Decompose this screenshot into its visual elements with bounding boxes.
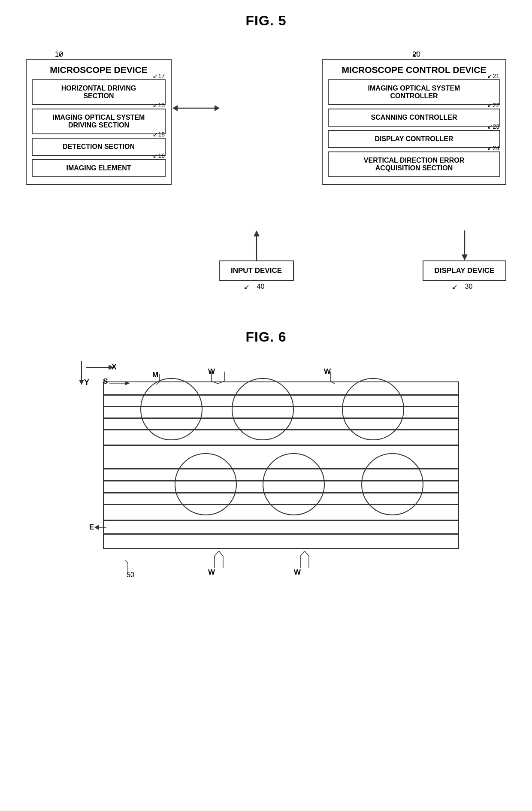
wafer-circle-3 xyxy=(342,378,404,440)
wafer-circle-1 xyxy=(140,378,203,440)
svg-marker-4 xyxy=(254,230,260,236)
svg-marker-0 xyxy=(172,105,178,111)
sub-block-18: 18 ↙ DETECTION SECTION xyxy=(32,138,166,156)
ref-17: 17 xyxy=(158,73,165,79)
imaging-optical-system-controller: IMAGING OPTICAL SYSTEMCONTROLLER xyxy=(328,79,500,105)
sub-block-24: 24 ↙ VERTICAL DIRECTION ERRORACQUISITION… xyxy=(328,151,500,177)
s-label: S xyxy=(103,377,108,386)
svg-text:Y: Y xyxy=(84,378,89,387)
coord-arrow-y-label: Y xyxy=(77,361,90,389)
w-label-3: W xyxy=(208,568,215,577)
svg-line-30 xyxy=(219,551,223,556)
fig5-title: FIG. 5 xyxy=(17,13,515,29)
microscope-device-block: MICROSCOPE DEVICE 17 ↙ HORIZONTAL DRIVIN… xyxy=(26,59,172,185)
coord-arrow-x-label: X xyxy=(86,362,116,375)
svg-text:X: X xyxy=(112,363,116,371)
page: FIG. 5 10 ↙ 20 ↙ MICROSCOPE DEVICE 17 ↙ … xyxy=(0,0,532,811)
svg-line-34 xyxy=(305,551,309,556)
input-device-area: INPUT DEVICE ↙ 40 xyxy=(219,260,294,291)
ref-18: 18 xyxy=(158,131,165,138)
svg-marker-24 xyxy=(94,525,99,530)
svg-line-22 xyxy=(330,381,335,384)
svg-line-20 xyxy=(218,381,224,384)
microscope-control-block: MICROSCOPE CONTROL DEVICE 21 ↙ IMAGING O… xyxy=(322,59,506,185)
ref-22: 22 xyxy=(493,102,499,109)
svg-line-19 xyxy=(212,381,218,384)
scanning-controller: SCANNING CONTROLLER xyxy=(328,109,500,127)
wafer-grid xyxy=(103,381,459,549)
display-controller: DISPLAY CONTROLLER xyxy=(328,130,500,148)
svg-marker-11 xyxy=(79,380,84,385)
ref-15: 15 xyxy=(158,102,165,109)
display-device-box: DISPLAY DEVICE xyxy=(423,260,506,281)
horizontal-driving-section: HORIZONTAL DRIVINGSECTION xyxy=(32,79,166,105)
sub-block-17: 17 ↙ HORIZONTAL DRIVINGSECTION xyxy=(32,79,166,105)
fig6-title: FIG. 6 xyxy=(17,329,515,345)
sub-block-22: 22 ↙ SCANNING CONTROLLER xyxy=(328,109,500,127)
microscope-device-title: MICROSCOPE DEVICE xyxy=(32,65,166,75)
fig6-section: FIG. 6 X Y xyxy=(17,329,515,581)
sub-block-16: 16 ↙ IMAGING ELEMENT xyxy=(32,159,166,177)
e-label: E xyxy=(89,523,94,532)
bidirectional-arrow xyxy=(172,102,220,115)
microscope-control-title: MICROSCOPE CONTROL DEVICE xyxy=(328,65,500,75)
svg-line-29 xyxy=(215,551,219,556)
ref-16: 16 xyxy=(158,152,165,159)
wafer-circle-4 xyxy=(175,453,237,515)
imaging-optical-system-driving: IMAGING OPTICAL SYSTEMDRIVING SECTION xyxy=(32,109,166,134)
wafer-circle-6 xyxy=(361,453,423,515)
detection-section: DETECTION SECTION xyxy=(32,138,166,156)
fig5-diagram: 10 ↙ 20 ↙ MICROSCOPE DEVICE 17 ↙ HORIZON… xyxy=(17,46,515,312)
sub-block-21: 21 ↙ IMAGING OPTICAL SYSTEMCONTROLLER xyxy=(328,79,500,105)
svg-line-33 xyxy=(300,551,305,556)
ref-40: ↙ 40 xyxy=(219,283,294,291)
vertical-direction-error: VERTICAL DIRECTION ERRORACQUISITION SECT… xyxy=(328,151,500,177)
svg-marker-6 xyxy=(462,254,468,260)
wafer-circle-2 xyxy=(232,378,294,440)
fig6-diagram: X Y xyxy=(60,358,472,581)
display-device-area: DISPLAY DEVICE ↙ 30 xyxy=(423,260,506,291)
w-label-4: W xyxy=(294,568,301,577)
svg-line-26 xyxy=(125,560,128,563)
ref-24: 24 xyxy=(493,145,499,151)
ref-23: 23 xyxy=(493,123,499,130)
svg-marker-2 xyxy=(215,105,220,111)
sub-block-23: 23 ↙ DISPLAY CONTROLLER xyxy=(328,130,500,148)
wafer-circle-5 xyxy=(263,453,325,515)
sub-block-15: 15 ↙ IMAGING OPTICAL SYSTEMDRIVING SECTI… xyxy=(32,109,166,134)
input-device-box: INPUT DEVICE xyxy=(219,260,294,281)
ref-30: ↙ 30 xyxy=(423,283,506,291)
imaging-element: IMAGING ELEMENT xyxy=(32,159,166,177)
svg-line-16 xyxy=(156,382,160,384)
svg-marker-14 xyxy=(125,381,130,385)
ref-21: 21 xyxy=(493,73,499,79)
